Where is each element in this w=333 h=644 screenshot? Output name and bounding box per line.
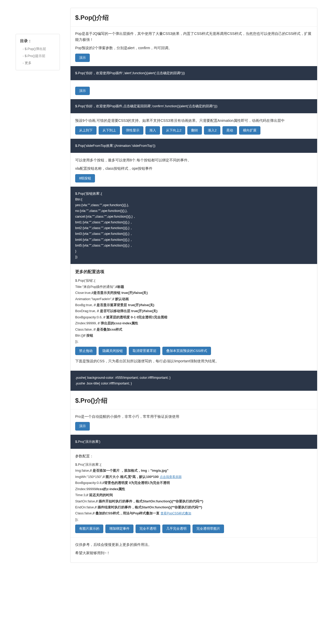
config-line: $.Pro('演示效果',{ (75, 462, 312, 468)
config-line: BoxBgopacity:0.6, // 遮罩层的透明度 0-1 0完全透明1完… (75, 314, 312, 320)
anim-btn-1[interactable]: 从下到上 (99, 126, 120, 135)
more-config-block: $.Pop('按钮',{Title:"来自Pop插件的通知",//标题Close… (75, 277, 312, 344)
footer-line-1: 仅供参考，后续会慢慢更新上更多的插件用法。 (75, 542, 312, 547)
inline-link[interactable]: 点击我查看原因 (160, 475, 182, 479)
pop-anim-buttons: 从上到下 从下到上 弹性显示 渐入 从下向上2 翻转 渐入2 晃动 横向扩展 (75, 126, 312, 135)
cfg-btn-1[interactable]: 隐藏关闭按钮 (99, 347, 127, 355)
config-line: }); (75, 516, 312, 522)
cfg-btn-3[interactable]: 叠加本页面预设的CSS样式 (162, 347, 211, 355)
pro-heading: $.Pro()介绍 (71, 391, 317, 409)
pro-intro: Pro是一个自动提醒的小插件，非常小巧，常常用于验证反馈使用 (75, 414, 312, 419)
config-line: ZIndex:99999//css的z-index属性 (75, 486, 312, 492)
anim-btn-4[interactable]: 从下向上2 (162, 126, 185, 135)
config-line: ImgWh:"150*150",// 图片大小 格式,宽*高，默认100*100… (75, 474, 312, 480)
preset-css-note: 下面是预设的CSS，只为看出区别所以随便写的，每行必须以!important强制… (75, 358, 312, 364)
footer-section: 仅供参考，后续会慢慢更新上更多的插件用法。 希望大家能够用到~！ (71, 537, 317, 563)
config-line: Img:false,// 是否添加一个图片 ，添加格式，Img："img/a.j… (75, 468, 312, 473)
anim-btn-5[interactable]: 翻转 (187, 126, 202, 135)
anim-btn-6[interactable]: 渐入2 (204, 126, 220, 135)
anim-btn-7[interactable]: 晃动 (222, 126, 237, 135)
pro-cfg-title: 参数配置： (75, 453, 312, 459)
eight-btn-button[interactable]: 8组按钮 (75, 174, 95, 182)
anim-btn-2[interactable]: 弹性显示 (122, 126, 143, 135)
inline-link[interactable]: 查看PopCSS样式叠加 (161, 512, 191, 515)
pro-btn-0[interactable]: 有图片展示的 (75, 525, 103, 533)
cfg-btn-2[interactable]: 取消背景遮罩层 (129, 347, 160, 355)
config-line: BoxBg:true, // 是否显示遮罩背景层 true(开)/false(关… (75, 302, 312, 308)
pro-buttons: 有图片展示的 增加绑定事件 完全不透明 几乎完全透明 完全透明带图片 (75, 525, 312, 533)
pop-demo-button-2[interactable]: 演示 (75, 87, 90, 95)
config-line: $.Pop('按钮',{ (75, 277, 312, 283)
config-line: EndOn:false,// 插件结束时执行的事件，格式StartOn:func… (75, 504, 312, 510)
pro-code-1: $.Pro('演示效果') (71, 435, 317, 449)
pro-config-block: $.Pro('演示效果',{Img:false,// 是否添加一个图片 ，添加格… (75, 462, 312, 522)
pop-multibtn-section: 可以使用多个按钮，最多可以使用8个.每个按钮都可以绑定不同的事件。 vla配置按… (71, 153, 317, 187)
config-line: Class:false, // 是否叠加css样式 (75, 326, 312, 332)
cfg-btn-0[interactable]: 禁止拖动 (75, 347, 97, 355)
anim-btn-8[interactable]: 横向扩展 (239, 126, 260, 135)
pop-anim-intro: 预设9个动画,可惜的是需要CSS3的支持。如果不支持CSS3将没有动画效果。只需… (75, 118, 312, 123)
config-line: Close:true,//是否显示关闭按钮 true(开)/false(关) (75, 290, 312, 296)
pro-btn-1[interactable]: 增加绑定事件 (105, 525, 133, 533)
toc-item-pro[interactable]: - $.Pro()提示层 (20, 53, 55, 60)
toc-item-pop[interactable]: - $.Pop()弹出层 (20, 46, 55, 53)
pro-btn-4[interactable]: 完全透明带图片 (193, 525, 224, 533)
pop-anim-section: 预设9个动画,可惜的是需要CSS3的支持。如果不支持CSS3将没有动画效果。只需… (71, 113, 317, 139)
more-config-heading: 更多的配置选项 (75, 268, 312, 275)
pop-demo-button-1[interactable]: 演示 (75, 54, 90, 62)
pop-intro-1: Pop是基于JQ编写的一个弹出层插件，其中使用了大量CSS3效果，内置了CSS样… (75, 31, 312, 42)
toc-item-more[interactable]: - 更多 (20, 60, 55, 67)
config-line: Class:false,// 叠加的CSS样式，用法与Pop样式叠加一直查看Po… (75, 510, 312, 516)
toc-panel: 目录： - $.Pop()弹出层 - $.Pro()提示层 - 更多 (16, 34, 60, 70)
pop-more-config-section: 更多的配置选项 $.Pop('按钮',{Title:"来自Pop插件的通知",/… (71, 264, 317, 371)
pop-code-2: $.Pop('你好，欢迎使用Pop插件,点击确定返回回调','confirm',… (71, 99, 317, 113)
config-line: Title:"来自Pop插件的通知",//标题 (75, 284, 312, 290)
pop-multibtn-intro1: 可以使用多个按钮，最多可以使用8个.每个按钮都可以绑定不同的事件。 (75, 157, 312, 163)
config-line: StartOn:false,// 插件开始时执行的事件，格式StartOn:fu… (75, 498, 312, 504)
pro-config-section: 参数配置： $.Pro('演示效果',{Img:false,// 是否添加一个图… (71, 449, 317, 537)
anim-btn-3[interactable]: 渐入 (145, 126, 160, 135)
config-line: }); (75, 338, 312, 344)
pop-code-4: $.Pop('按钮效果',{ Btn:{ yes:{vla:"",class:"… (71, 187, 317, 264)
config-line: BoxBgopacity:0.8,//背景色的透明度 0为完全透明1为完全不透明 (75, 480, 312, 486)
pro-btn-3[interactable]: 几乎完全透明 (162, 525, 190, 533)
toc-title: 目录： (20, 38, 55, 44)
pop-multibtn-intro2: vla配置按钮名称，class按钮样式，ope按钮事件 (75, 166, 312, 171)
config-line: Time:3,// 延迟关闭的时间 (75, 492, 312, 498)
pop-intro-2: Pop预设的2个弹窗参数，分别是alert，confirm，均可回调。 (75, 45, 312, 51)
pop-code-3: $.Pop('slideFromTop效果',{Animation:'slide… (71, 139, 317, 153)
pro-intro-section: Pro是一个自动提醒的小插件，非常小巧，常常用于验证反馈使用 演示 (71, 409, 317, 435)
config-line: Animation:"layerFadeIn",// 默认动画 (75, 296, 312, 302)
config-line: ZIndex:99999, // 弹出层的cssz-index属性 (75, 320, 312, 326)
anim-btn-0[interactable]: 从上到下 (75, 126, 97, 135)
pop-heading: $.Pop()介绍 (71, 8, 317, 26)
pop-code-1: $.Pop('你好，欢迎使用Pop插件','alert',function(){… (71, 66, 317, 80)
pro-btn-2[interactable]: 完全不透明 (136, 525, 160, 533)
pop-intro-section: Pop是基于JQ编写的一个弹出层插件，其中使用了大量CSS3效果，内置了CSS样… (71, 26, 317, 66)
config-line: Btn:{}// 按钮 (75, 332, 312, 338)
config-line: BoxDrag:true, // 是否可以移动弹出层 true(开)/false… (75, 308, 312, 314)
main-content: $.Pop()介绍 Pop是基于JQ编写的一个弹出层插件，其中使用了大量CSS3… (70, 8, 317, 563)
more-config-buttons: 禁止拖动 隐藏关闭按钮 取消背景遮罩层 叠加本页面预设的CSS样式 (75, 347, 312, 355)
footer-line-2: 希望大家能够用到~！ (75, 550, 312, 556)
pop-code-5: .yushe{ background-color: #555!important… (71, 371, 317, 390)
pro-demo-button[interactable]: 演示 (75, 422, 90, 430)
